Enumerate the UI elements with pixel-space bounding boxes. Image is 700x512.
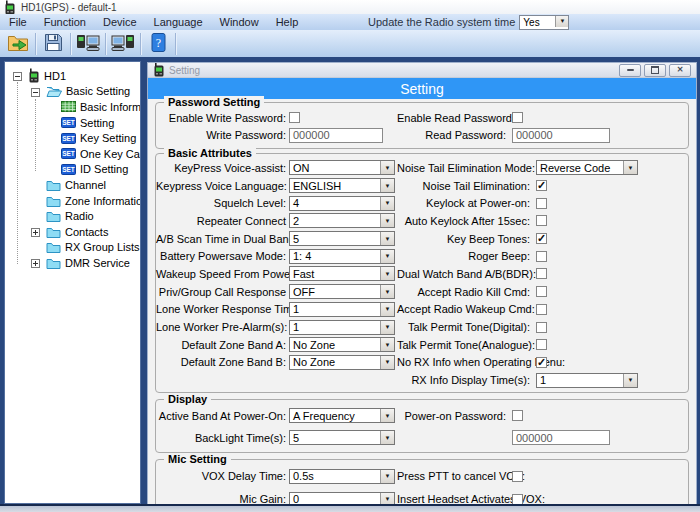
rx-info-display-time-s-dropdown[interactable]: 1▼ (536, 373, 638, 388)
priv-group-call-response-dropdown[interactable]: OFF▼ (289, 284, 395, 299)
chevron-down-icon[interactable]: ▼ (380, 214, 394, 227)
chevron-down-icon[interactable]: ▼ (380, 321, 394, 334)
chevron-down-icon[interactable]: ▼ (380, 161, 394, 174)
squelch-level-dropdown[interactable]: 4▼ (289, 196, 395, 211)
no-rx-info-when-operating-menu-checkbox[interactable]: ✓ (536, 357, 547, 368)
chevron-down-icon[interactable]: ▼ (380, 470, 394, 483)
maximize-button[interactable] (644, 64, 666, 77)
form-row: BackLight Time(s):5▼000000 (156, 427, 688, 449)
lone-worker-pre-alarm-s-dropdown[interactable]: 1▼ (289, 320, 395, 335)
left-control-cell: No Zone▼ (289, 355, 397, 370)
chevron-down-icon[interactable]: ▼ (380, 267, 394, 280)
password-setting-group: Password Setting Enable Write Password:E… (155, 102, 689, 149)
key-beep-tones-checkbox[interactable]: ✓ (536, 233, 547, 244)
tree-item-basic-information[interactable]: Basic Information (5, 99, 140, 115)
keypress-voice-assist-dropdown[interactable]: ON▼ (289, 160, 395, 175)
menu-item-help[interactable]: Help (276, 16, 299, 28)
enable-read-password-label: Enable Read Password: (397, 112, 509, 124)
accept-radio-wakeup-cmd-checkbox[interactable] (536, 304, 547, 315)
read-password-input[interactable]: 000000 (512, 128, 610, 143)
form-row: Default Zone Band B:No Zone▼No RX Info w… (156, 354, 688, 372)
save-file-button[interactable] (39, 32, 67, 56)
update-radio-time-dropdown[interactable]: Yes ▼ (519, 15, 569, 30)
chevron-down-icon[interactable]: ▼ (380, 197, 394, 210)
menu-item-window[interactable]: Window (220, 16, 259, 28)
enable-write-password-checkbox[interactable] (289, 112, 300, 123)
chevron-down-icon[interactable]: ▼ (623, 374, 637, 387)
chevron-down-icon[interactable]: ▼ (555, 16, 568, 27)
backlight-time-s-dropdown[interactable]: 5▼ (289, 430, 395, 445)
repeater-connect-dropdown[interactable]: 2▼ (289, 213, 395, 228)
talk-permit-tone-analogue-checkbox[interactable] (536, 339, 547, 350)
tree-item-zone-information[interactable]: Zone Information (5, 193, 140, 209)
menu-item-language[interactable]: Language (154, 16, 203, 28)
battery-powersave-mode-dropdown[interactable]: 1: 4▼ (289, 249, 395, 264)
tree-item-channel[interactable]: Channel (5, 177, 140, 193)
write-password-input[interactable]: 000000 (289, 128, 383, 143)
expander-minus-icon[interactable] (31, 87, 40, 96)
accept-radio-kill-cmd-checkbox[interactable] (536, 286, 547, 297)
chevron-down-icon[interactable]: ▼ (380, 250, 394, 263)
write-to-radio-button[interactable] (109, 32, 137, 56)
press-ptt-to-cancel-vox-checkbox[interactable] (512, 471, 523, 482)
tree-item-key-setting[interactable]: SETKey Setting (5, 130, 140, 146)
chevron-down-icon[interactable]: ▼ (380, 285, 394, 298)
lone-worker-response-time-m-dropdown[interactable]: 1▼ (289, 302, 395, 317)
tree-item-basic-setting[interactable]: Basic Setting (5, 84, 140, 100)
enable-read-password-checkbox[interactable] (512, 112, 523, 123)
tree-item-radio[interactable]: Radio (5, 208, 140, 224)
expander-minus-icon[interactable] (13, 71, 22, 80)
noise-tail-elimination-label: Noise Tail Elimination: (397, 180, 533, 192)
roger-beep-checkbox[interactable] (536, 251, 547, 262)
keylock-at-power-on-checkbox[interactable] (536, 198, 547, 209)
minimize-button[interactable] (619, 64, 641, 77)
radio-icon (28, 68, 40, 83)
menu-item-file[interactable]: File (9, 16, 27, 28)
open-file-button[interactable] (4, 32, 32, 56)
keypress-voice-language-dropdown[interactable]: ENGLISH▼ (289, 178, 395, 193)
talk-permit-tone-digital-checkbox[interactable] (536, 322, 547, 333)
tree-item-setting[interactable]: SETSetting (5, 115, 140, 131)
menu-item-function[interactable]: Function (44, 16, 86, 28)
display-group: Display Active Band At Power-On:A Freque… (155, 399, 689, 453)
chevron-down-icon[interactable]: ▼ (380, 338, 394, 351)
tree-item-dmr-service[interactable]: DMR Service (5, 255, 140, 271)
auto-keylock-after-15sec-checkbox[interactable] (536, 215, 547, 226)
menu-item-device[interactable]: Device (103, 16, 137, 28)
right-control-cell: 1▼ (536, 373, 638, 388)
power-on-password-checkbox[interactable] (512, 410, 523, 421)
wakeup-speed-from-powersave-dropdown[interactable]: Fast▼ (289, 266, 395, 281)
expander-plus-icon[interactable] (31, 258, 40, 267)
tree-item-contacts[interactable]: Contacts (5, 224, 140, 240)
tree-item-id-setting[interactable]: SETID Setting (5, 162, 140, 178)
left-control-cell: ENGLISH▼ (289, 178, 397, 193)
chevron-down-icon[interactable]: ▼ (380, 232, 394, 245)
chevron-down-icon[interactable]: ▼ (380, 409, 394, 422)
read-from-radio-button[interactable] (74, 32, 102, 56)
chevron-down-icon[interactable]: ▼ (380, 303, 394, 316)
chevron-down-icon[interactable]: ▼ (623, 161, 637, 174)
svg-text:SET: SET (62, 166, 75, 173)
a-b-scan-time-in-dual-band-s-dropdown[interactable]: 5▼ (289, 231, 395, 246)
expander-plus-icon[interactable] (31, 227, 40, 236)
chevron-down-icon[interactable]: ▼ (380, 431, 394, 444)
right-control-cell: 000000 (512, 430, 610, 445)
tree-item-one-key-call[interactable]: SETOne Key Call (5, 146, 140, 162)
power-on-password-input[interactable]: 000000 (512, 430, 610, 445)
noise-tail-elimination-mode-dropdown[interactable]: Reverse Code▼ (536, 160, 638, 175)
dual-watch-band-a-b-bdr-checkbox[interactable] (536, 268, 547, 279)
noise-tail-elimination-checkbox[interactable]: ✓ (536, 180, 547, 191)
default-zone-band-a-dropdown[interactable]: No Zone▼ (289, 337, 395, 352)
chevron-down-icon[interactable]: ▼ (380, 179, 394, 192)
active-band-at-power-on-dropdown[interactable]: A Frequency▼ (289, 408, 395, 423)
rx-info-display-time-s-label: RX Info Display Time(s): (397, 374, 533, 386)
chevron-down-icon[interactable]: ▼ (380, 356, 394, 369)
toolbar-separator (140, 33, 141, 55)
tree-item-rx-group-lists[interactable]: RX Group Lists (5, 240, 140, 256)
form-row: Priv/Group Call ResponseOFF▼Accept Radio… (156, 283, 688, 301)
default-zone-band-b-dropdown[interactable]: No Zone▼ (289, 355, 395, 370)
close-button[interactable]: ✕ (669, 64, 691, 77)
tree-item-hd1[interactable]: HD1 (5, 68, 140, 84)
help-button[interactable]: ? (144, 32, 172, 56)
vox-delay-time-dropdown[interactable]: 0.5s▼ (289, 469, 395, 484)
